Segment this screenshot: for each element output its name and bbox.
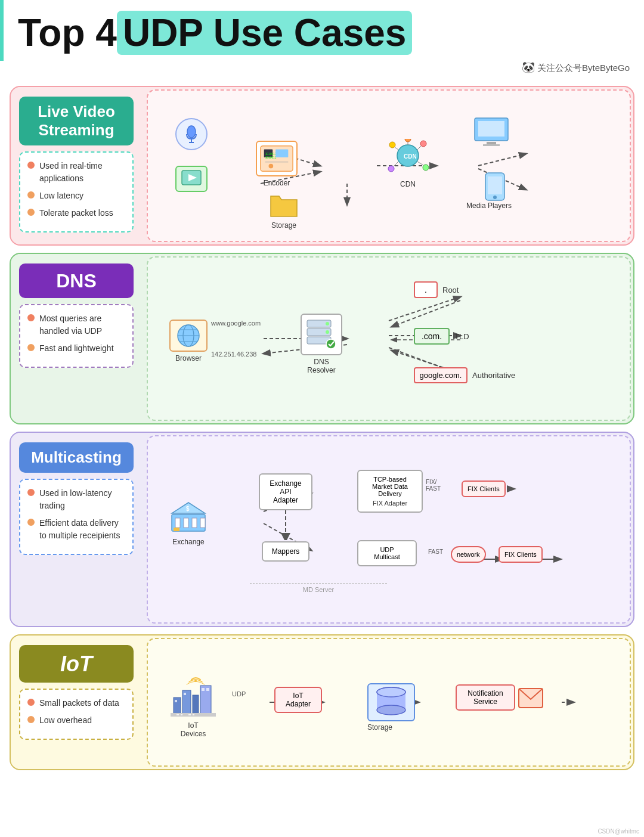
s4-diagram-container: UDP (157, 649, 620, 756)
down-arrow-svg (274, 510, 298, 540)
iot-devices-wrapper: IoT Devices (169, 671, 217, 738)
fast-label: FAST (428, 548, 443, 555)
iot-adapter-wrapper: IoT Adapter (274, 687, 322, 713)
svg-point-6 (187, 126, 196, 138)
network-wrapper: network (451, 546, 486, 563)
section4-diagram: UDP (147, 638, 631, 767)
section1-title: Live Video Streaming (19, 97, 134, 145)
tld-wrapper: .com. TLD (414, 328, 469, 345)
svg-text:1010011: 1010011 (265, 156, 277, 159)
mic-icon (181, 123, 202, 145)
section3-title: Multicasting (19, 442, 134, 473)
ip-label: 142.251.46.238 (211, 351, 256, 358)
s2-arrows (157, 267, 620, 410)
section4-title: IoT (19, 645, 134, 683)
svg-line-4 (478, 154, 526, 166)
svg-line-42 (392, 300, 460, 327)
bullet-item: Low latency (27, 190, 125, 202)
storage-cylinder-icon (373, 686, 409, 718)
section4-left: IoT Small packets of data Low overhead (11, 636, 142, 769)
svg-line-27 (394, 162, 398, 166)
monitor-icon (473, 117, 509, 147)
www-google-label: www.google.com (211, 320, 261, 327)
bullet-item: Used in real-time applications (27, 160, 125, 185)
udp-arrow-label: UDP (232, 690, 246, 698)
bullet-item: Efficient data delivery to multiple rece… (27, 517, 125, 542)
svg-point-22 (420, 141, 426, 147)
svg-point-54 (326, 330, 329, 334)
mappers-wrapper: Mappers (262, 541, 309, 562)
svg-rect-69 (174, 528, 179, 531)
svg-rect-66 (184, 518, 188, 528)
svg-rect-68 (200, 518, 205, 528)
exchange-api-wrapper: Exchange API Adapter (259, 473, 312, 510)
cdn-wrapper: CDN CDN (384, 136, 432, 188)
cdn-icon: CDN (384, 139, 432, 175)
title-highlight: UDP Use Cases (117, 11, 413, 55)
auth-wrapper: google.com. Authoritative (414, 367, 515, 383)
bullet-item: Low overhead (27, 714, 125, 727)
tcp-market-wrapper: TCP-based Market Data Delivery FIX Adapt… (357, 470, 423, 513)
section1-left: Live Video Streaming Used in real-time a… (11, 87, 142, 244)
svg-point-26 (388, 166, 394, 172)
svg-point-90 (377, 705, 405, 715)
section-multicasting: Multicasting Used in low-latency trading… (10, 432, 634, 627)
svg-point-36 (493, 196, 497, 199)
email-icon-wrapper (518, 687, 544, 711)
svg-line-21 (395, 147, 398, 150)
svg-point-20 (389, 142, 395, 148)
bullet-item: Tolerate packet loss (27, 207, 125, 219)
iot-devices-icon (171, 674, 216, 717)
svg-line-39 (389, 297, 460, 321)
svg-rect-67 (192, 518, 197, 528)
s2-diagram-container: www.google.com 142.251.46.238 Brows (157, 267, 620, 410)
section-live-video: Live Video Streaming Used in real-time a… (10, 86, 634, 246)
root-wrapper: . Root (414, 281, 459, 298)
svg-text:$: $ (186, 506, 190, 512)
browser-icon (174, 323, 203, 349)
svg-point-84 (194, 680, 197, 682)
section1-diagram: 1010011 1010011 Encoder Storage (147, 89, 631, 242)
svg-text:1010011: 1010011 (265, 153, 277, 156)
svg-rect-35 (488, 176, 502, 194)
phone-icon (484, 172, 506, 202)
section2-diagram: www.google.com 142.251.46.238 Brows (147, 256, 631, 421)
title-part1: Top 4 (18, 11, 117, 55)
mic-icon-wrapper (175, 118, 208, 150)
storage-icon (270, 194, 298, 218)
svg-point-24 (423, 165, 429, 170)
svg-rect-82 (202, 688, 205, 691)
section3-bullets: Used in low-latency trading Efficient da… (19, 479, 134, 555)
encoder-icon: 1010011 1010011 (259, 144, 294, 173)
svg-text:CDN: CDN (404, 153, 417, 160)
svg-rect-81 (184, 693, 186, 695)
bullet-item: Used in low-latency trading (27, 487, 125, 512)
svg-point-28 (405, 139, 411, 142)
encoder-wrapper: 1010011 1010011 Encoder (256, 141, 298, 187)
exchange-icon: $ (171, 501, 206, 534)
browser-wrapper: Browser (169, 320, 208, 362)
header: Top 4 UDP Use Cases (0, 0, 644, 61)
section-iot: IoT Small packets of data Low overhead (10, 634, 634, 770)
exchange-wrapper: $ Exchange (169, 500, 208, 546)
bytebygo-label: 🐼 关注公众号ByteByteGo (0, 61, 644, 79)
svg-rect-15 (275, 150, 288, 158)
svg-rect-65 (175, 518, 180, 528)
phone-wrapper (484, 172, 506, 202)
svg-rect-33 (483, 144, 500, 146)
section3-diagram: $ Exchange Exchange API Adapter Mappers … (147, 435, 631, 624)
s3-diagram-container: $ Exchange Exchange API Adapter Mappers … (157, 446, 620, 613)
bullet-item: Small packets of data (27, 697, 125, 709)
bullet-item: Most queries are handled via UDP (27, 312, 125, 337)
svg-rect-80 (175, 700, 177, 702)
fix-fast-label: FIX/ FAST (426, 472, 441, 492)
svg-rect-83 (206, 688, 209, 691)
play-icon (181, 168, 202, 190)
fix-clients1-wrapper: FIX Clients (462, 480, 506, 497)
md-server-label: MD Server (250, 583, 387, 593)
fix-clients2-wrapper: FIX Clients (499, 546, 543, 563)
play-icon-wrapper (175, 166, 208, 192)
dns-resolver-wrapper: DNS Resolver (301, 314, 342, 374)
media-players-label: Media Players (466, 202, 512, 210)
section2-title: DNS (19, 264, 134, 298)
